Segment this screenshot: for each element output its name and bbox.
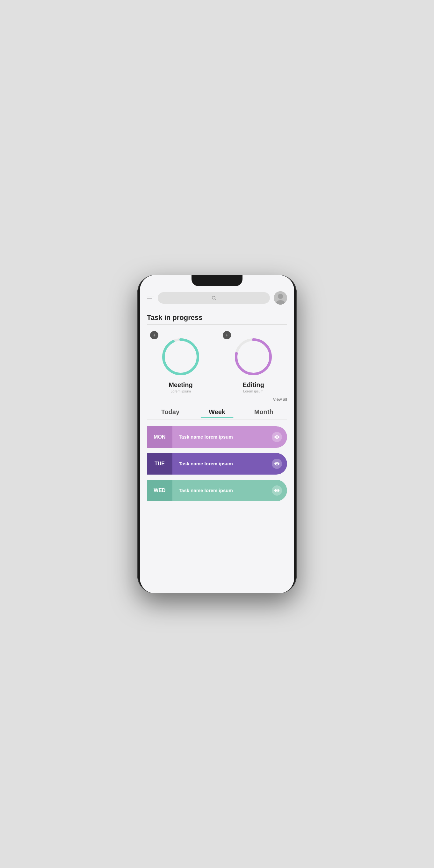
hamburger-line-1: [147, 297, 154, 297]
section-title: Task in progress: [147, 313, 287, 322]
editing-ring-svg: [233, 336, 274, 377]
phone-screen: Task in progress + Meeting: [140, 275, 294, 593]
title-divider: [147, 324, 287, 325]
avatar-image: [274, 291, 287, 305]
svg-point-0: [212, 296, 215, 299]
day-row-mon: MON Task name lorem ipsum: [147, 426, 287, 448]
search-bar[interactable]: [158, 292, 270, 304]
view-all-divider: [147, 403, 287, 403]
tabs: Today Week Month: [147, 408, 287, 418]
meeting-subtitle: Lorem ipsum: [171, 389, 191, 393]
phone-frame: Task in progress + Meeting: [137, 275, 297, 593]
menu-button[interactable]: [147, 297, 154, 299]
tue-task-name: Task name lorem ipsum: [179, 461, 233, 466]
tue-eye-button[interactable]: [272, 459, 282, 469]
tabs-divider: [147, 420, 287, 420]
header: [147, 291, 287, 305]
tab-month[interactable]: Month: [240, 408, 287, 418]
tab-today[interactable]: Today: [147, 408, 194, 418]
bottom-space: [147, 506, 287, 513]
mon-task-name: Task name lorem ipsum: [179, 434, 233, 440]
view-all-link[interactable]: View all: [147, 397, 287, 402]
app-content: Task in progress + Meeting: [140, 286, 294, 593]
wed-task-name: Task name lorem ipsum: [179, 488, 233, 493]
day-row-tue: TUE Task name lorem ipsum: [147, 453, 287, 474]
add-meeting-button[interactable]: +: [150, 331, 158, 339]
meeting-name: Meeting: [169, 381, 193, 389]
notch: [192, 275, 242, 286]
svg-point-6: [164, 340, 198, 374]
search-icon: [211, 296, 216, 301]
task-cards: + Meeting Lorem ipsum +: [147, 331, 287, 393]
avatar[interactable]: [274, 291, 287, 305]
day-row-wed: WED Task name lorem ipsum: [147, 480, 287, 501]
tab-week[interactable]: Week: [194, 408, 240, 418]
svg-line-1: [215, 299, 216, 300]
editing-name: Editing: [242, 381, 264, 389]
eye-icon-wed: [274, 488, 280, 493]
mon-eye-button[interactable]: [272, 432, 282, 442]
wed-task: Task name lorem ipsum: [172, 480, 287, 501]
meeting-ring: [160, 336, 201, 377]
eye-icon-mon: [274, 434, 280, 440]
mon-task: Task name lorem ipsum: [172, 426, 287, 448]
task-card-meeting: + Meeting Lorem ipsum: [147, 331, 214, 393]
hamburger-line-2: [147, 299, 152, 299]
mon-label: MON: [147, 426, 172, 448]
add-editing-button[interactable]: +: [223, 331, 231, 339]
wed-eye-button[interactable]: [272, 486, 282, 496]
meeting-ring-svg: [160, 336, 201, 377]
tue-label: TUE: [147, 453, 172, 474]
plus-icon-2: +: [225, 332, 228, 338]
svg-point-3: [278, 294, 283, 299]
tue-task: Task name lorem ipsum: [172, 453, 287, 474]
editing-subtitle: Lorem ipsum: [243, 389, 263, 393]
eye-icon-tue: [274, 461, 280, 467]
wed-label: WED: [147, 480, 172, 501]
plus-icon: +: [153, 332, 155, 338]
task-card-editing: + Editing Lorem ipsum: [220, 331, 287, 393]
editing-ring: [233, 336, 274, 377]
